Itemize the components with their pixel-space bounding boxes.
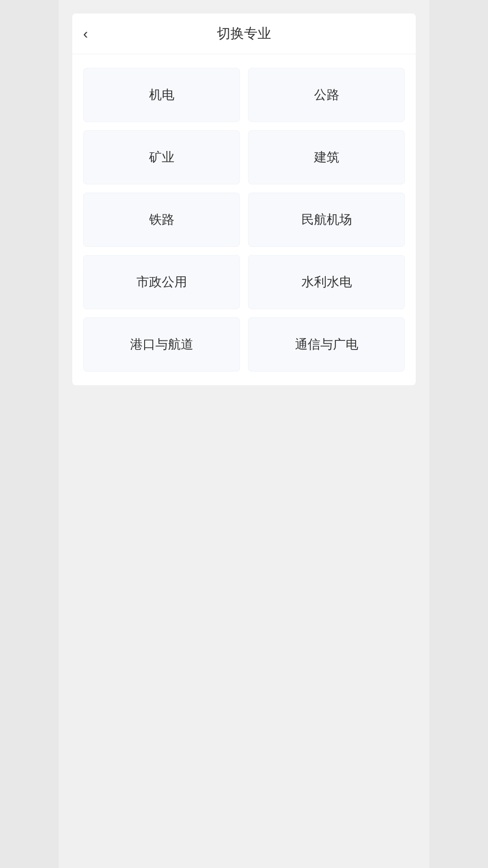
grid-item-label-architecture: 建筑 (314, 149, 339, 166)
grid-item-railway[interactable]: 铁路 (83, 193, 240, 247)
app-container: ‹ 切换专业 机电公路矿业建筑铁路民航机场市政公用水利水电港口与航道通信与广电 (72, 14, 416, 385)
grid-item-label-telecom-broadcast: 通信与广电 (295, 336, 358, 353)
grid-item-architecture[interactable]: 建筑 (248, 130, 405, 184)
grid-item-label-mechanical-electrical: 机电 (149, 86, 174, 104)
grid-item-label-highway: 公路 (314, 86, 339, 104)
specialty-grid: 机电公路矿业建筑铁路民航机场市政公用水利水电港口与航道通信与广电 (72, 54, 416, 385)
grid-item-municipal[interactable]: 市政公用 (83, 255, 240, 309)
header: ‹ 切换专业 (72, 14, 416, 54)
grid-item-civil-aviation[interactable]: 民航机场 (248, 193, 405, 247)
grid-item-water-conservancy[interactable]: 水利水电 (248, 255, 405, 309)
grid-item-label-mining: 矿业 (149, 149, 174, 166)
grid-item-label-water-conservancy: 水利水电 (301, 274, 352, 291)
grid-item-port-waterway[interactable]: 港口与航道 (83, 317, 240, 372)
grid-item-label-municipal: 市政公用 (136, 274, 187, 291)
grid-item-label-civil-aviation: 民航机场 (301, 211, 352, 228)
grid-item-label-port-waterway: 港口与航道 (130, 336, 193, 353)
back-button[interactable]: ‹ (79, 21, 93, 47)
grid-item-mining[interactable]: 矿业 (83, 130, 240, 184)
grid-item-mechanical-electrical[interactable]: 机电 (83, 68, 240, 122)
phone-container: ‹ 切换专业 机电公路矿业建筑铁路民航机场市政公用水利水电港口与航道通信与广电 (59, 0, 429, 868)
grid-item-highway[interactable]: 公路 (248, 68, 405, 122)
grid-item-telecom-broadcast[interactable]: 通信与广电 (248, 317, 405, 372)
page-title: 切换专业 (217, 24, 271, 43)
grid-item-label-railway: 铁路 (149, 211, 174, 228)
